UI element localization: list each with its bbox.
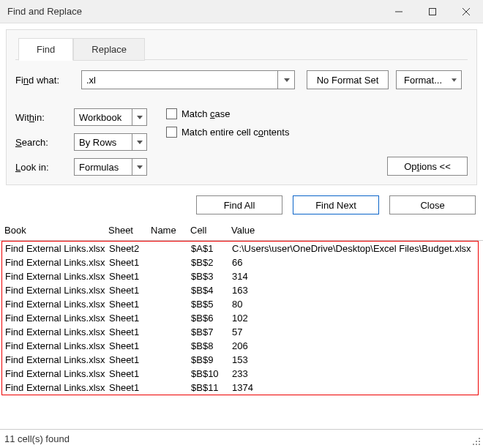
minimize-button[interactable] [382,0,416,23]
cell-book: Find External Links.xlsx [5,368,109,379]
cell-book: Find External Links.xlsx [5,285,109,296]
cell-sheet: Sheet1 [109,271,151,282]
cell-book: Find External Links.xlsx [5,354,109,365]
format-button[interactable]: Format... [396,70,462,89]
col-sheet[interactable]: Sheet [108,225,151,236]
cell-cell: $B$6 [191,313,232,324]
table-row[interactable]: Find External Links.xlsxSheet1$B$4163 [2,283,478,297]
cell-sheet: Sheet2 [109,243,151,254]
chevron-down-icon[interactable] [132,134,146,150]
table-row[interactable]: Find External Links.xlsxSheet1$B$9153 [2,353,478,367]
table-row[interactable]: Find External Links.xlsxSheet1$B$8206 [2,339,478,353]
options-toggle-button[interactable]: Options << [387,157,468,176]
match-case-check[interactable]: Match case [166,108,289,119]
table-row[interactable]: Find External Links.xlsxSheet1$B$580 [2,297,478,311]
cell-cell: $B$7 [191,326,232,337]
tabs: Find Replace [18,37,468,60]
col-cell[interactable]: Cell [190,225,231,236]
find-what-combo[interactable] [81,70,295,89]
cell-name [151,354,191,365]
find-panel: Find Replace Find what: No Format Set Fo… [6,29,477,185]
cell-name [151,326,191,337]
find-what-input[interactable] [81,70,295,89]
match-entire-check[interactable]: Match entire cell contents [166,127,289,138]
status-text: 11 cell(s) found [4,433,70,444]
table-row[interactable]: Find External Links.xlsxSheet1$B$757 [2,325,478,339]
svg-rect-5 [476,444,477,445]
cell-value: C:\Users\user\OneDrive\Desktop\Excel Fil… [232,243,478,254]
lookin-select[interactable]: Formulas [74,158,147,176]
table-row[interactable]: Find External Links.xlsxSheet1$B$266 [2,255,478,269]
search-row: Search: By Rows [15,133,147,151]
cell-cell: $B$2 [191,257,232,268]
lookin-label: Look in: [15,162,74,173]
cell-book: Find External Links.xlsx [5,299,109,310]
lookin-row: Look in: Formulas [15,158,147,176]
col-value[interactable]: Value [231,225,483,236]
cell-name [151,243,191,254]
cell-book: Find External Links.xlsx [5,340,109,351]
col-name[interactable]: Name [151,225,190,236]
no-format-button[interactable]: No Format Set [307,70,389,89]
cell-name [151,382,191,393]
cell-sheet: Sheet1 [109,326,151,337]
close-button[interactable] [449,0,483,23]
status-bar: 11 cell(s) found [0,429,483,448]
svg-rect-1 [479,438,480,439]
maximize-button[interactable] [416,0,449,23]
col-book[interactable]: Book [4,225,108,236]
close-dialog-button[interactable]: Close [389,195,476,214]
cell-sheet: Sheet1 [109,313,151,324]
match-case-label: Match case [181,108,230,119]
svg-rect-3 [479,441,480,442]
table-row[interactable]: Find External Links.xlsxSheet2$A$1C:\Use… [2,242,478,255]
chevron-down-icon[interactable] [277,70,295,89]
cell-cell: $B$5 [191,299,232,310]
results-table: Book Sheet Name Cell Value Find External… [0,222,483,395]
chevron-down-icon [452,78,457,82]
cell-name [151,257,191,268]
chevron-down-icon[interactable] [132,109,146,125]
results-header: Book Sheet Name Cell Value [0,222,483,241]
checkbox-icon [166,127,177,138]
cell-cell: $B$4 [191,285,232,296]
cell-book: Find External Links.xlsx [5,382,109,393]
find-what-row: Find what: No Format Set Format... [15,70,468,89]
within-select[interactable]: Workbook [74,108,147,126]
table-row[interactable]: Find External Links.xlsxSheet1$B$111374 [2,381,478,395]
lookin-value: Formulas [79,162,119,173]
within-value: Workbook [79,112,121,123]
cell-sheet: Sheet1 [109,382,151,393]
svg-rect-0 [430,8,436,15]
search-select[interactable]: By Rows [74,133,147,151]
left-options: Within: Workbook Search: By Rows Look in… [15,108,147,176]
cell-value: 206 [232,340,478,351]
cell-value: 163 [232,285,478,296]
cell-name [151,285,191,296]
within-row: Within: Workbook [15,108,147,126]
search-label: Search: [15,137,74,148]
table-row[interactable]: Find External Links.xlsxSheet1$B$6102 [2,311,478,325]
cell-name [151,340,191,351]
checkbox-icon [166,108,177,119]
cell-book: Find External Links.xlsx [5,313,109,324]
svg-rect-6 [479,444,480,445]
cell-sheet: Sheet1 [109,299,151,310]
tab-replace[interactable]: Replace [73,38,145,61]
cell-sheet: Sheet1 [109,285,151,296]
cell-value: 1374 [232,382,478,393]
window-title: Find and Replace [0,6,82,17]
cell-book: Find External Links.xlsx [5,243,109,254]
cell-value: 57 [232,326,478,337]
chevron-down-icon[interactable] [132,159,146,175]
svg-rect-2 [476,441,477,442]
cell-book: Find External Links.xlsx [5,271,109,282]
find-next-button[interactable]: Find Next [293,195,379,214]
tab-find[interactable]: Find [18,38,73,61]
resize-grip[interactable] [471,436,482,447]
cell-name [151,313,191,324]
within-label: Within: [15,112,74,123]
table-row[interactable]: Find External Links.xlsxSheet1$B$10233 [2,367,478,381]
table-row[interactable]: Find External Links.xlsxSheet1$B$3314 [2,269,478,283]
find-all-button[interactable]: Find All [196,195,282,214]
